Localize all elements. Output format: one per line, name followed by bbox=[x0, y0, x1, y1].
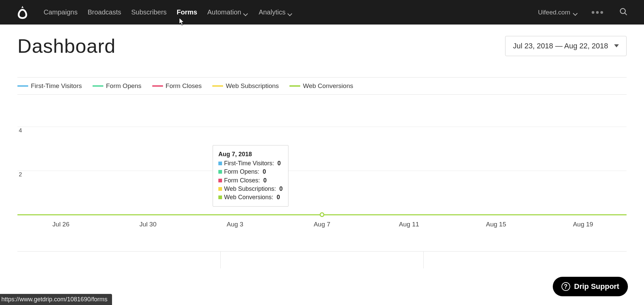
chart-data-point bbox=[320, 212, 324, 217]
stat-card[interactable] bbox=[424, 252, 627, 268]
x-axis-label: Aug 15 bbox=[486, 221, 506, 228]
tooltip-swatch bbox=[218, 195, 222, 199]
nav-subscribers[interactable]: Subscribers bbox=[131, 8, 167, 16]
legend-swatch bbox=[93, 85, 103, 87]
legend-label: Form Closes bbox=[166, 82, 202, 90]
legend-label: First-Time Visitors bbox=[31, 82, 82, 90]
grid-line bbox=[17, 127, 627, 127]
tooltip-label: First-Time Visitors: bbox=[224, 159, 274, 168]
chevron-down-icon bbox=[244, 10, 249, 15]
nav-automation[interactable]: Automation bbox=[207, 8, 249, 16]
tooltip-swatch bbox=[218, 179, 222, 182]
legend-label: Web Subscriptions bbox=[226, 82, 279, 90]
tooltip-value: 0 bbox=[277, 159, 281, 168]
tooltip-value: 0 bbox=[263, 168, 266, 176]
stat-card[interactable] bbox=[221, 252, 424, 268]
mouse-cursor-icon bbox=[178, 17, 185, 28]
nav-broadcasts[interactable]: Broadcasts bbox=[88, 8, 121, 16]
tooltip-value: 0 bbox=[277, 193, 280, 202]
svg-line-4 bbox=[625, 13, 627, 15]
svg-point-1 bbox=[22, 15, 23, 17]
legend-item[interactable]: Form Closes bbox=[152, 82, 202, 90]
chevron-down-icon bbox=[574, 10, 578, 15]
chart-area[interactable]: Aug 7, 2018 First-Time Visitors:0Form Op… bbox=[17, 105, 627, 232]
legend-item[interactable]: Form Opens bbox=[93, 82, 142, 90]
y-axis-label: 2 bbox=[19, 171, 22, 178]
nav-automation-label: Automation bbox=[207, 8, 241, 16]
page-header: Dashboard Jul 23, 2018 — Aug 22, 2018 bbox=[17, 35, 627, 57]
x-axis-label: Jul 26 bbox=[52, 221, 69, 228]
tooltip-label: Web Subscriptions: bbox=[224, 185, 276, 193]
tooltip-swatch bbox=[218, 162, 222, 165]
tooltip-row: Web Conversions:0 bbox=[218, 193, 283, 202]
y-axis-label: 4 bbox=[19, 127, 22, 134]
main-content: Dashboard Jul 23, 2018 — Aug 22, 2018 Fi… bbox=[0, 25, 644, 268]
x-axis-label: Aug 3 bbox=[227, 221, 244, 228]
legend-swatch bbox=[289, 85, 300, 87]
date-range-label: Jul 23, 2018 — Aug 22, 2018 bbox=[513, 42, 608, 50]
tooltip-value: 0 bbox=[263, 176, 267, 185]
tooltip-swatch bbox=[218, 170, 222, 174]
legend-swatch bbox=[152, 85, 163, 87]
nav-campaigns[interactable]: Campaigns bbox=[44, 8, 77, 16]
chart-tooltip: Aug 7, 2018 First-Time Visitors:0Form Op… bbox=[213, 145, 288, 207]
chevron-down-icon bbox=[288, 10, 293, 15]
tooltip-label: Form Opens: bbox=[224, 168, 259, 176]
x-axis-label: Aug 7 bbox=[314, 221, 330, 228]
tooltip-value: 0 bbox=[279, 185, 283, 193]
chart-legend: First-Time VisitorsForm OpensForm Closes… bbox=[17, 77, 627, 95]
svg-point-2 bbox=[24, 15, 25, 16]
tooltip-row: Form Closes:0 bbox=[218, 176, 283, 185]
legend-item[interactable]: Web Conversions bbox=[289, 82, 353, 90]
tooltip-date: Aug 7, 2018 bbox=[218, 150, 283, 159]
svg-point-0 bbox=[20, 15, 21, 16]
tooltip-row: First-Time Visitors:0 bbox=[218, 159, 283, 168]
legend-label: Web Conversions bbox=[303, 82, 353, 90]
stat-card[interactable] bbox=[17, 252, 221, 268]
more-menu-icon[interactable] bbox=[592, 11, 603, 14]
browser-status-url: https://www.getdrip.com/1081690/forms bbox=[0, 294, 112, 305]
legend-item[interactable]: Web Subscriptions bbox=[212, 82, 279, 90]
account-label: Uifeed.com bbox=[538, 9, 570, 16]
page-title: Dashboard bbox=[17, 35, 116, 57]
drip-logo-icon[interactable] bbox=[16, 5, 29, 20]
account-switcher[interactable]: Uifeed.com bbox=[538, 9, 578, 16]
nav-forms[interactable]: Forms bbox=[177, 8, 197, 16]
tooltip-swatch bbox=[218, 187, 222, 191]
search-icon[interactable] bbox=[619, 7, 628, 17]
legend-swatch bbox=[212, 85, 223, 87]
support-button[interactable]: ? Drip Support bbox=[553, 277, 628, 296]
x-axis-label: Aug 11 bbox=[399, 221, 419, 228]
nav-analytics[interactable]: Analytics bbox=[259, 8, 293, 16]
top-nav: Campaigns Broadcasts Subscribers Forms A… bbox=[0, 0, 644, 25]
stats-cards-row bbox=[17, 251, 627, 268]
date-range-picker[interactable]: Jul 23, 2018 — Aug 22, 2018 bbox=[505, 36, 627, 56]
dropdown-triangle-icon bbox=[614, 44, 619, 47]
question-icon: ? bbox=[561, 282, 570, 291]
legend-swatch bbox=[17, 85, 28, 87]
x-axis-label: Jul 30 bbox=[140, 221, 157, 228]
tooltip-row: Web Subscriptions:0 bbox=[218, 185, 283, 193]
tooltip-row: Form Opens:0 bbox=[218, 168, 283, 176]
legend-item[interactable]: First-Time Visitors bbox=[17, 82, 82, 90]
x-axis-label: Aug 19 bbox=[573, 221, 593, 228]
legend-label: Form Opens bbox=[106, 82, 142, 90]
nav-links: Campaigns Broadcasts Subscribers Forms A… bbox=[44, 8, 293, 16]
support-label: Drip Support bbox=[574, 282, 619, 291]
tooltip-label: Form Closes: bbox=[224, 176, 260, 185]
svg-point-3 bbox=[620, 8, 625, 13]
nav-analytics-label: Analytics bbox=[259, 8, 285, 16]
tooltip-label: Web Conversions: bbox=[224, 193, 273, 202]
grid-line bbox=[17, 171, 627, 171]
